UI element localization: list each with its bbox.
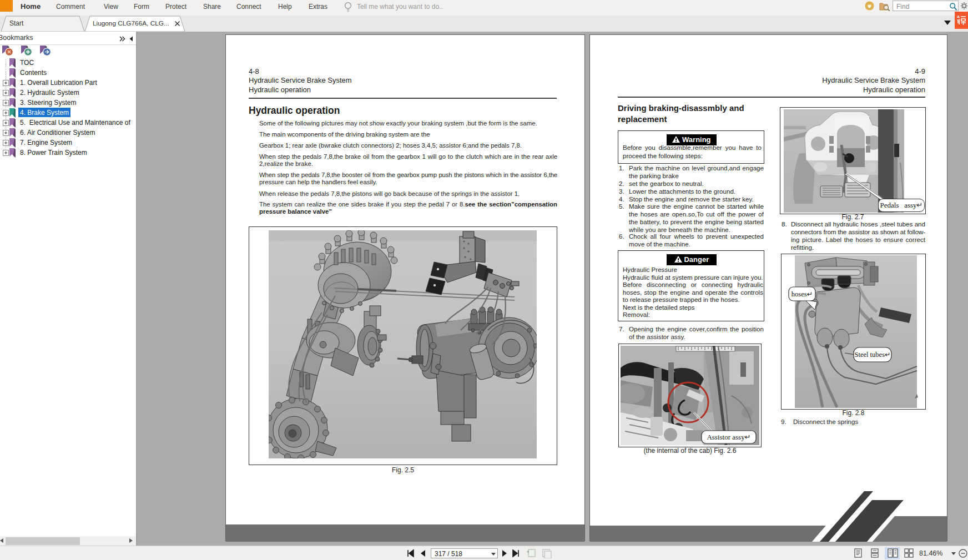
svg-text:Assistor assy↵: Assistor assy↵ xyxy=(707,433,750,441)
svg-text:hoses↵: hoses↵ xyxy=(791,290,813,298)
svg-text:Steel tubes↵: Steel tubes↵ xyxy=(855,351,891,359)
